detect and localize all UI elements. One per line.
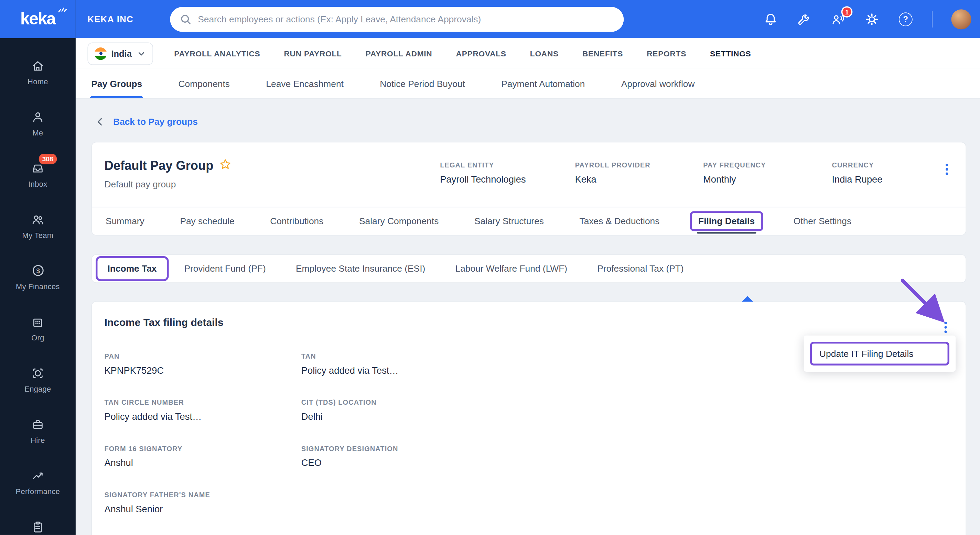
nav-payroll-analytics[interactable]: PAYROLL ANALYTICS — [174, 49, 260, 58]
back-chevron-icon — [95, 117, 105, 127]
chevron-down-icon — [136, 48, 146, 59]
sidebar-item-label: Home — [27, 77, 48, 86]
content-area: Back to Pay groups Default Pay Group Def… — [76, 99, 980, 535]
user-avatar[interactable] — [951, 9, 971, 29]
keka-logo[interactable]: keka — [0, 0, 76, 38]
nav-settings[interactable]: SETTINGS — [710, 49, 751, 58]
pay-group-card: Default Pay Group Default pay group LEGA… — [91, 142, 966, 235]
subnav-notice-period-buyout[interactable]: Notice Period Buyout — [380, 69, 465, 98]
filing-card-title: Income Tax filing details — [104, 317, 953, 329]
sidebar-item-label: Me — [32, 129, 43, 137]
finances-icon: $ — [31, 264, 45, 278]
subtab-esi[interactable]: Employee State Insurance (ESI) — [296, 264, 425, 274]
sidebar-item-label: Performance — [16, 487, 60, 496]
project-icon — [31, 520, 45, 533]
search-icon — [180, 13, 191, 25]
nav-benefits[interactable]: BENEFITS — [582, 49, 623, 58]
filing-kebab-menu-icon[interactable] — [942, 319, 950, 335]
field-cit-tds-location: CIT (TDS) LOCATION Delhi — [301, 398, 953, 422]
settings-subnav: Pay Groups Components Leave Encashment N… — [76, 69, 980, 99]
back-link-label: Back to Pay groups — [113, 117, 198, 127]
logo-sparkle-icon — [57, 5, 67, 14]
field-tan-circle-number: TAN CIRCLE NUMBER Policy added via Test… — [104, 398, 301, 422]
subnav-payment-automation[interactable]: Payment Automation — [501, 69, 585, 98]
tab-salary-structures[interactable]: Salary Structures — [474, 216, 544, 226]
sidebar-item-inbox[interactable]: 308 Inbox — [0, 149, 76, 200]
sidebar-item-label: Inbox — [28, 180, 47, 189]
sidebar-item-org[interactable]: Org — [0, 303, 76, 354]
pay-group-title: Default Pay Group — [104, 159, 213, 173]
app-window: keka Home Me — [0, 0, 980, 535]
announcements-count-badge: 1 — [842, 6, 853, 17]
sidebar-item-home[interactable]: Home — [0, 47, 76, 98]
global-search[interactable] — [170, 6, 623, 32]
menu-item-update-it-filing-details[interactable]: Update IT Filing Details — [810, 342, 950, 365]
org-icon — [31, 315, 45, 329]
filing-fields: PAN KPNPK7529C TAN Policy added via Test… — [104, 352, 953, 514]
subtab-lwf[interactable]: Labour Welfare Fund (LWF) — [455, 264, 568, 274]
pay-group-tabs: Summary Pay schedule Contributions Salar… — [92, 206, 966, 235]
subnav-leave-encashment[interactable]: Leave Encashment — [266, 69, 344, 98]
tab-pay-schedule[interactable]: Pay schedule — [180, 216, 234, 226]
settings-gear-icon[interactable] — [864, 12, 880, 27]
subnav-approval-workflow[interactable]: Approval workflow — [621, 69, 695, 98]
pay-group-subtitle: Default pay group — [104, 179, 440, 189]
nav-run-payroll[interactable]: RUN PAYROLL — [284, 49, 342, 58]
field-pay-frequency: PAY FREQUENCY Monthly — [703, 161, 832, 207]
active-tab-caret — [742, 296, 753, 302]
sidebar-item-label: My Finances — [16, 282, 60, 291]
pay-group-fields: LEGAL ENTITY Payroll Technologies PAYROL… — [440, 159, 882, 207]
header-actions: 1 ? — [763, 9, 980, 29]
sidebar-item-label: Org — [31, 333, 44, 342]
subnav-components[interactable]: Components — [178, 69, 230, 98]
sidebar-item-performance[interactable]: Performance — [0, 457, 76, 508]
field-legal-entity: LEGAL ENTITY Payroll Technologies — [440, 161, 575, 207]
tab-filing-details[interactable]: Filing Details — [690, 211, 763, 231]
nav-reports[interactable]: REPORTS — [647, 49, 686, 58]
subnav-pay-groups[interactable]: Pay Groups — [91, 69, 142, 98]
field-currency: CURRENCY India Rupee — [832, 161, 882, 207]
sidebar-item-hire[interactable]: Hire — [0, 405, 76, 457]
pay-group-kebab-menu-icon[interactable] — [943, 161, 951, 178]
legal-entity-selector[interactable]: India — [88, 42, 153, 65]
keka-logo-text: keka — [20, 9, 56, 29]
top-header: KEKA INC 1 — [76, 0, 980, 38]
star-icon[interactable] — [220, 159, 232, 173]
tools-wrench-icon[interactable] — [797, 12, 812, 27]
field-form16-signatory: FORM 16 SIGNATORY Anshul — [104, 445, 301, 468]
filing-subtabs: Income Tax Provident Fund (PF) Employee … — [91, 254, 966, 283]
home-icon — [31, 59, 45, 73]
sidebar: keka Home Me — [0, 0, 76, 535]
subtab-income-tax[interactable]: Income Tax — [95, 256, 169, 281]
inbox-icon: 308 — [31, 161, 45, 175]
sidebar-item-me[interactable]: Me — [0, 98, 76, 149]
tab-other-settings[interactable]: Other Settings — [794, 216, 851, 226]
nav-payroll-admin[interactable]: PAYROLL ADMIN — [366, 49, 433, 58]
sidebar-item-engage[interactable]: Engage — [0, 354, 76, 405]
subtab-professional-tax[interactable]: Professional Tax (PT) — [597, 264, 684, 274]
inbox-count-badge: 308 — [38, 154, 57, 164]
tab-salary-components[interactable]: Salary Components — [359, 216, 439, 226]
help-icon[interactable]: ? — [898, 12, 913, 27]
notifications-bell-icon[interactable] — [763, 12, 778, 27]
performance-icon — [31, 468, 45, 483]
sidebar-item-my-team[interactable]: My Team — [0, 200, 76, 252]
header-divider — [932, 11, 932, 27]
payroll-nav: India PAYROLL ANALYTICS RUN PAYROLL PAYR… — [76, 38, 980, 69]
search-input[interactable] — [197, 13, 614, 25]
field-payroll-provider: PAYROLL PROVIDER Keka — [575, 161, 703, 207]
nav-approvals[interactable]: APPROVALS — [456, 49, 506, 58]
engage-icon — [31, 366, 45, 380]
sidebar-item-project[interactable]: Project — [0, 508, 76, 535]
field-signatory-designation: SIGNATORY DESIGNATION CEO — [301, 445, 953, 468]
tab-contributions[interactable]: Contributions — [270, 216, 323, 226]
nav-loans[interactable]: LOANS — [530, 49, 558, 58]
team-icon — [31, 213, 45, 226]
tab-summary[interactable]: Summary — [106, 216, 145, 226]
subtab-provident-fund[interactable]: Provident Fund (PF) — [184, 264, 266, 274]
back-to-pay-groups[interactable]: Back to Pay groups — [95, 113, 966, 131]
announcements-icon[interactable]: 1 — [831, 12, 846, 27]
sidebar-item-my-finances[interactable]: $ My Finances — [0, 252, 76, 303]
field-signatory-fathers-name: SIGNATORY FATHER'S NAME Anshul Senior — [104, 491, 301, 514]
tab-taxes-deductions[interactable]: Taxes & Deductions — [580, 216, 660, 226]
